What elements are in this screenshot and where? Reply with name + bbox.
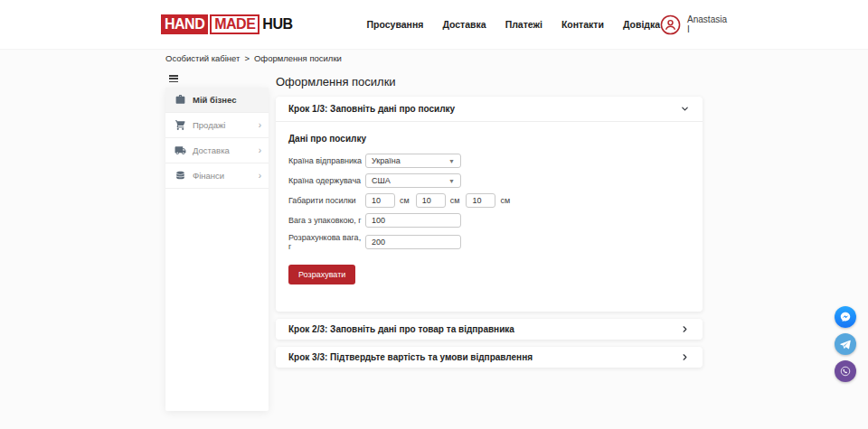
sidebar: Мій бізнес Продажі › Доставка › Фінанси … [165, 88, 269, 411]
sidebar-item-my-business[interactable]: Мій бізнес [165, 88, 269, 113]
main-content: Оформлення посилки Крок 1/3: Заповніть д… [276, 75, 703, 375]
packed-weight-label: Вага з упаковкою, г [288, 216, 365, 225]
sidebar-item-label: Мій бізнес [193, 95, 261, 105]
sender-country-select[interactable]: Україна ▼ [365, 154, 461, 168]
logo-made: MADE [210, 14, 259, 34]
user-menu[interactable]: Anastasia I [660, 14, 727, 35]
nav-item-delivery[interactable]: Доставка [442, 19, 486, 30]
step-1-card: Крок 1/3: Заповніть дані про посилку Дан… [276, 97, 703, 312]
caret-down-icon: ▼ [448, 158, 455, 164]
cart-icon [175, 119, 186, 131]
breadcrumb-separator: > [244, 53, 250, 63]
sidebar-item-finances[interactable]: Фінанси › [165, 163, 269, 189]
nav-item-contacts[interactable]: Контакти [561, 19, 604, 30]
coins-icon [175, 170, 186, 182]
caret-down-icon: ▼ [448, 178, 455, 184]
calculated-weight-label: Розрахункова вага, г [288, 233, 365, 251]
main-nav: Просування Доставка Платежі Контакти Дов… [367, 19, 661, 30]
calculate-button[interactable]: Розрахувати [288, 265, 355, 284]
parcel-form: Дані про посилку Країна відправника Укра… [276, 121, 703, 312]
dimensions-label: Габарити посилки [288, 196, 365, 205]
breadcrumb-current: Оформлення посилки [254, 53, 342, 63]
recipient-country-value: США [372, 176, 391, 185]
telegram-button[interactable] [835, 333, 856, 355]
calculated-weight-input[interactable] [365, 235, 461, 249]
nav-item-payments[interactable]: Платежі [505, 19, 542, 30]
sidebar-item-delivery[interactable]: Доставка › [165, 138, 269, 163]
sender-country-value: Україна [372, 156, 401, 165]
step-3-header[interactable]: Крок 3/3: Підтвердьте вартість та умови … [276, 347, 703, 368]
sender-country-row: Країна відправника Україна ▼ [288, 154, 690, 168]
breadcrumb: Особистий кабінет > Оформлення посилки [165, 53, 342, 63]
chevron-down-icon [680, 104, 690, 114]
user-name: Anastasia I [687, 14, 727, 34]
viber-button[interactable] [835, 360, 856, 382]
recipient-country-select[interactable]: США ▼ [365, 173, 461, 188]
page-title: Оформлення посилки [276, 75, 703, 89]
sidebar-item-label: Фінанси [193, 171, 259, 181]
chevron-right-icon [680, 324, 690, 334]
logo-hub: HUB [262, 16, 292, 33]
packed-weight-row: Вага з упаковкою, г [288, 213, 690, 228]
step-3-label: Крок 3/3: Підтвердьте вартість та умови … [288, 352, 533, 362]
user-avatar-icon [660, 14, 681, 35]
logo-hand: HAND [161, 14, 208, 34]
sender-country-label: Країна відправника [288, 156, 365, 165]
dimension-length-input[interactable] [365, 193, 395, 208]
step-2-header[interactable]: Крок 2/3: Заповніть дані про товар та ві… [276, 319, 703, 340]
breadcrumb-home[interactable]: Особистий кабінет [165, 53, 240, 63]
nav-item-help[interactable]: Довідка [623, 19, 660, 30]
telegram-icon [839, 338, 852, 350]
viber-icon [839, 365, 852, 378]
dimension-height-input[interactable] [466, 193, 495, 208]
sidebar-item-label: Продажі [193, 120, 259, 130]
step-1-header[interactable]: Крок 1/3: Заповніть дані про посилку [276, 97, 703, 121]
social-button-stack [835, 306, 856, 382]
messenger-button[interactable] [835, 306, 856, 328]
dimension-unit: см [400, 196, 410, 205]
chevron-right-icon: › [259, 172, 261, 181]
truck-icon [175, 145, 186, 156]
nav-item-promotion[interactable]: Просування [367, 19, 424, 30]
recipient-country-label: Країна одержувача [288, 176, 365, 185]
step-2-label: Крок 2/3: Заповніть дані про товар та ві… [288, 324, 514, 334]
sidebar-item-label: Доставка [193, 145, 259, 155]
chevron-right-icon: › [259, 146, 261, 155]
recipient-country-row: Країна одержувача США ▼ [288, 173, 690, 188]
dimensions-row: Габарити посилки см см см [288, 193, 690, 208]
messenger-icon [839, 311, 852, 323]
dimension-width-input[interactable] [416, 193, 446, 208]
packed-weight-input[interactable] [365, 213, 461, 228]
step-1-label: Крок 1/3: Заповніть дані про посилку [288, 104, 455, 114]
sidebar-toggle-icon[interactable] [169, 75, 178, 84]
briefcase-icon [175, 94, 186, 106]
dimension-unit: см [500, 196, 510, 205]
calculated-weight-row: Розрахункова вага, г [288, 233, 690, 251]
chevron-right-icon [680, 352, 690, 362]
form-section-title: Дані про посилку [288, 134, 690, 144]
brand-logo[interactable]: HAND MADE HUB [161, 14, 293, 34]
sidebar-item-sales[interactable]: Продажі › [165, 113, 269, 138]
app-header: HAND MADE HUB Просування Доставка Платеж… [0, 0, 868, 50]
dimension-unit: см [450, 196, 460, 205]
chevron-right-icon: › [259, 121, 261, 130]
